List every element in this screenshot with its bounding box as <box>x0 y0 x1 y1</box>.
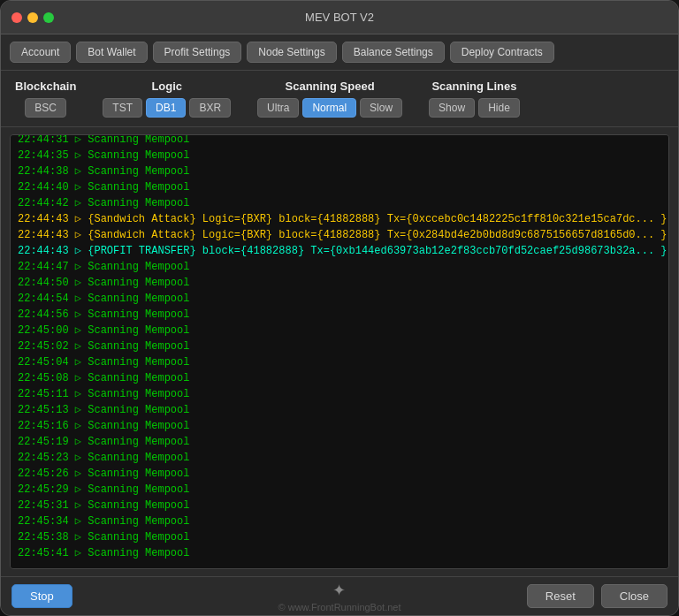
logic-btn-group: TST DB1 BXR <box>103 98 231 118</box>
scanning-lines-label: Scanning Lines <box>431 80 516 93</box>
log-line: 22:44:43 ▷ {PROFIT TRANSFER} block={4188… <box>18 243 661 259</box>
log-line: 22:44:35 ▷ Scanning Mempool <box>18 148 661 164</box>
window-title: MEV BOT V2 <box>305 11 374 24</box>
logic-bxr-btn[interactable]: BXR <box>189 98 231 118</box>
lines-hide-btn[interactable]: Hide <box>478 98 520 118</box>
nav-deploy-contracts[interactable]: Deploy Contracts <box>450 42 554 63</box>
speed-slow-btn[interactable]: Slow <box>360 98 402 118</box>
log-line: 22:45:11 ▷ Scanning Mempool <box>18 386 661 402</box>
log-line: 22:44:50 ▷ Scanning Mempool <box>18 275 661 291</box>
minimize-traffic-light[interactable] <box>27 12 38 23</box>
log-line: 22:44:54 ▷ Scanning Mempool <box>18 291 661 307</box>
controls-bar: Blockchain BSC Logic TST DB1 BXR Scannin… <box>1 71 678 127</box>
log-line: 22:45:38 ▷ Scanning Mempool <box>18 529 661 545</box>
log-line: 22:45:13 ▷ Scanning Mempool <box>18 402 661 418</box>
log-line: 22:45:16 ▷ Scanning Mempool <box>18 418 661 434</box>
log-line: 22:44:47 ▷ Scanning Mempool <box>18 259 661 275</box>
log-line: 22:45:00 ▷ Scanning Mempool <box>18 323 661 338</box>
log-line: 22:45:34 ▷ Scanning Mempool <box>18 513 661 529</box>
log-line: 22:45:04 ▷ Scanning Mempool <box>18 354 661 370</box>
blockchain-label: Blockchain <box>15 80 76 93</box>
log-line: 22:44:38 ▷ Scanning Mempool <box>18 164 661 179</box>
nav-node-settings[interactable]: Node Settings <box>247 42 336 63</box>
log-line: 22:45:26 ▷ Scanning Mempool <box>18 466 661 482</box>
scanning-lines-btn-group: Show Hide <box>429 98 520 118</box>
log-area: 22:44:26 ▷ Scanning Mempool22:44:30 ▷ Sc… <box>10 134 669 569</box>
speed-ultra-btn[interactable]: Ultra <box>257 98 299 118</box>
stop-button[interactable]: Stop <box>11 584 72 608</box>
log-line: 22:44:31 ▷ Scanning Mempool <box>18 134 661 148</box>
log-line: 22:44:40 ▷ Scanning Mempool <box>18 179 661 195</box>
log-line: 22:44:43 ▷ {Sandwich Attack} Logic={BXR}… <box>18 211 661 227</box>
traffic-lights <box>11 12 54 23</box>
log-line: 22:45:08 ▷ Scanning Mempool <box>18 370 661 386</box>
main-window: MEV BOT V2 Account Bot Wallet Profit Set… <box>0 0 679 616</box>
log-line: 22:45:31 ▷ Scanning Mempool <box>18 498 661 513</box>
speed-normal-btn[interactable]: Normal <box>302 98 356 118</box>
log-line: 22:45:23 ▷ Scanning Mempool <box>18 450 661 466</box>
log-line: 22:44:43 ▷ {Sandwich Attack} Logic={BXR}… <box>18 227 661 243</box>
blockchain-bsc-btn[interactable]: BSC <box>25 98 66 118</box>
close-traffic-light[interactable] <box>11 12 22 23</box>
nav-bar: Account Bot Wallet Profit Settings Node … <box>1 34 678 71</box>
spinner-icon: ✦ <box>329 578 350 602</box>
blockchain-btn-group: BSC <box>25 98 66 118</box>
bottom-center: ✦ © www.FrontRunningBot.net <box>278 581 401 612</box>
logic-label: Logic <box>151 80 182 93</box>
log-line: 22:45:29 ▷ Scanning Mempool <box>18 482 661 498</box>
scanning-speed-group: Scanning Speed Ultra Normal Slow <box>257 80 402 118</box>
log-line: 22:44:56 ▷ Scanning Mempool <box>18 307 661 323</box>
bottom-left: Stop <box>11 584 72 608</box>
blockchain-group: Blockchain BSC <box>15 80 76 118</box>
log-line: 22:45:19 ▷ Scanning Mempool <box>18 434 661 450</box>
nav-balance-settings[interactable]: Balance Settings <box>342 42 445 63</box>
lines-show-btn[interactable]: Show <box>429 98 475 118</box>
bottom-right: Reset Close <box>527 584 668 608</box>
nav-account[interactable]: Account <box>10 42 71 63</box>
nav-profit-settings[interactable]: Profit Settings <box>153 42 242 63</box>
bottom-bar: Stop ✦ © www.FrontRunningBot.net Reset C… <box>1 576 678 615</box>
log-line: 22:45:41 ▷ Scanning Mempool <box>18 545 661 561</box>
close-button[interactable]: Close <box>601 584 668 608</box>
log-line: 22:44:42 ▷ Scanning Mempool <box>18 195 661 211</box>
footer-text: © www.FrontRunningBot.net <box>278 602 401 612</box>
title-bar: MEV BOT V2 <box>1 1 678 34</box>
reset-button[interactable]: Reset <box>527 584 594 608</box>
scanning-speed-btn-group: Ultra Normal Slow <box>257 98 402 118</box>
logic-tst-btn[interactable]: TST <box>103 98 142 118</box>
logic-db1-btn[interactable]: DB1 <box>146 98 186 118</box>
log-line: 22:45:02 ▷ Scanning Mempool <box>18 338 661 354</box>
nav-bot-wallet[interactable]: Bot Wallet <box>76 42 147 63</box>
scanning-lines-group: Scanning Lines Show Hide <box>429 80 520 118</box>
scanning-speed-label: Scanning Speed <box>286 80 375 93</box>
maximize-traffic-light[interactable] <box>43 12 54 23</box>
logic-group: Logic TST DB1 BXR <box>103 80 231 118</box>
